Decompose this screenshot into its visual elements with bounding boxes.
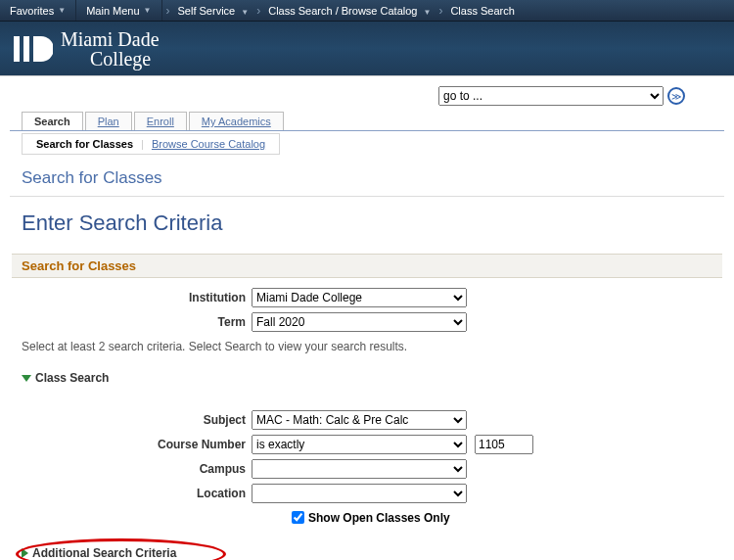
term-label: Term: [22, 315, 252, 329]
banner-line1: Miami Dade: [61, 29, 160, 49]
location-label: Location: [22, 487, 252, 500]
breadcrumb-item[interactable]: Self Service ▼: [174, 5, 253, 17]
dropdown-icon: ▼: [58, 6, 66, 15]
breadcrumb-item[interactable]: Class Search: [446, 5, 518, 17]
subtab-browse-catalog[interactable]: Browse Course Catalog: [146, 138, 271, 150]
goto-select[interactable]: go to ...: [438, 86, 664, 106]
college-banner: Miami Dade College: [0, 22, 734, 76]
subtab-search-classes[interactable]: Search for Classes: [30, 138, 139, 150]
page-title: Search for Classes: [10, 155, 724, 197]
favorites-menu[interactable]: Favorites ▼: [0, 0, 76, 21]
open-classes-checkbox[interactable]: [292, 511, 304, 524]
main-menu[interactable]: Main Menu ▼: [76, 0, 161, 21]
dropdown-icon: ▼: [424, 8, 432, 17]
dropdown-icon: ▼: [241, 8, 249, 17]
top-nav: Favorites ▼ Main Menu ▼ › Self Service ▼…: [0, 0, 734, 22]
chevron-right-icon: ›: [162, 4, 174, 18]
page-subtitle: Enter Search Criteria: [10, 197, 724, 254]
go-button[interactable]: ≫: [667, 87, 685, 105]
dropdown-icon: ▼: [144, 6, 152, 15]
course-number-label: Course Number: [22, 438, 252, 451]
expand-right-icon: [22, 548, 28, 558]
goto-row: go to ... ≫: [10, 76, 724, 112]
chevron-right-icon: ›: [252, 4, 264, 18]
subject-select[interactable]: MAC - Math: Calc & Pre Calc: [252, 410, 467, 430]
separator: |: [139, 138, 146, 150]
additional-criteria-label: Additional Search Criteria: [32, 546, 176, 560]
additional-criteria-toggle[interactable]: Additional Search Criteria: [22, 546, 712, 560]
section-header: Search for Classes: [12, 254, 722, 278]
svg-rect-0: [14, 36, 20, 62]
favorites-label: Favorites: [10, 5, 54, 17]
tabs: Search Plan Enroll My Academics: [22, 112, 724, 130]
institution-label: Institution: [22, 291, 252, 304]
class-search-toggle[interactable]: Class Search: [22, 371, 712, 385]
campus-select[interactable]: [252, 459, 467, 479]
breadcrumb-item[interactable]: Class Search / Browse Catalog ▼: [264, 5, 435, 17]
main-menu-label: Main Menu: [86, 5, 139, 17]
tab-enroll[interactable]: Enroll: [134, 112, 187, 130]
chevron-right-icon: ›: [435, 4, 446, 18]
course-number-input[interactable]: [475, 435, 533, 454]
collapse-down-icon: [22, 375, 31, 382]
subject-label: Subject: [22, 413, 252, 427]
search-form: Institution Miami Dade College Term Fall…: [10, 278, 724, 560]
term-select[interactable]: Fall 2020: [252, 312, 467, 332]
open-classes-label: Show Open Classes Only: [308, 511, 450, 525]
subtabs: Search for Classes | Browse Course Catal…: [22, 133, 280, 155]
course-number-op-select[interactable]: is exactly: [252, 435, 467, 454]
go-icon: ≫: [671, 91, 681, 102]
banner-line2: College: [90, 49, 160, 69]
tab-search[interactable]: Search: [22, 112, 83, 130]
location-select[interactable]: [252, 484, 467, 503]
tab-plan[interactable]: Plan: [85, 112, 132, 130]
college-logo: Miami Dade College: [14, 29, 160, 69]
svg-rect-1: [23, 36, 29, 62]
class-search-label: Class Search: [35, 371, 109, 385]
tab-academics[interactable]: My Academics: [189, 112, 284, 130]
search-hint: Select at least 2 search criteria. Selec…: [22, 340, 712, 353]
campus-label: Campus: [22, 462, 252, 476]
breadcrumb: › Self Service ▼ › Class Search / Browse…: [162, 0, 519, 21]
institution-select[interactable]: Miami Dade College: [252, 288, 467, 307]
